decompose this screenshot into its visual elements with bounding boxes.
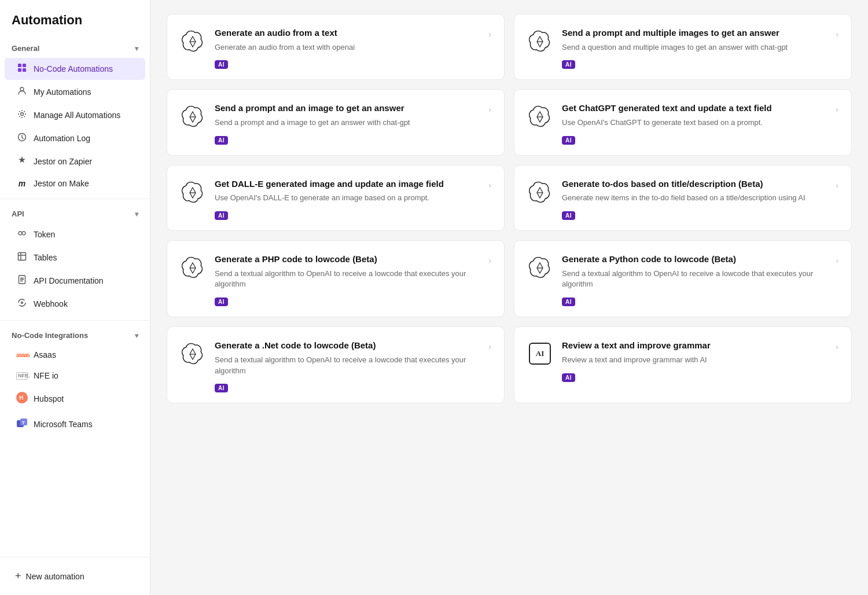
sidebar-item-label: API Documentation <box>34 276 104 285</box>
plus-icon: + <box>15 570 21 582</box>
openai-icon <box>527 255 553 280</box>
card-title: Review a text and improve grammar <box>562 340 822 351</box>
ai-badge: AI <box>562 373 575 382</box>
sidebar-item-jestor-zapier[interactable]: Jestor on Zapier <box>5 150 145 172</box>
sidebar-item-webhook[interactable]: Webhook <box>5 293 145 315</box>
sidebar-item-my-automations[interactable]: My Automations <box>5 81 145 103</box>
sidebar-item-label: Manage All Automations <box>34 111 120 120</box>
card-send-prompt-multiple-images[interactable]: Send a prompt and multiple images to get… <box>514 14 852 80</box>
sidebar-item-automation-log[interactable]: Automation Log <box>5 127 145 149</box>
ai-badge: AI <box>215 136 228 145</box>
svg-rect-1 <box>23 64 26 67</box>
card-content: Generate a .Net code to lowcode (Beta) S… <box>215 340 475 392</box>
ai-text-icon: AI <box>527 341 553 366</box>
card-content: Send a prompt and an image to get an ans… <box>215 102 475 144</box>
svg-text:H: H <box>19 395 23 401</box>
token-icon <box>16 229 28 240</box>
sidebar-item-asaas[interactable]: asaas Asaas <box>5 345 145 365</box>
svg-text:T: T <box>22 420 25 425</box>
svg-rect-9 <box>19 253 26 260</box>
card-content: Send a prompt and multiple images to get… <box>562 27 822 69</box>
card-review-grammar[interactable]: AI Review a text and improve grammar Rev… <box>514 326 852 403</box>
card-generate-todos[interactable]: Generate to-dos based on title/descripti… <box>514 165 852 231</box>
card-title: Generate a .Net code to lowcode (Beta) <box>215 340 475 351</box>
card-description: Use OpenAI's ChatGPT to generate text ba… <box>562 117 822 128</box>
ai-badge: AI <box>562 211 575 220</box>
card-description: Send a prompt and a image to get an answ… <box>215 117 475 128</box>
openai-icon <box>527 28 553 54</box>
card-python-lowcode[interactable]: Generate a Python code to lowcode (Beta)… <box>514 240 852 317</box>
sidebar-item-hubspot[interactable]: H Hubspot <box>5 387 145 411</box>
svg-rect-3 <box>23 68 26 72</box>
sidebar-section-integrations[interactable]: No-Code Integrations ▾ <box>0 325 150 344</box>
hubspot-icon: H <box>16 392 28 406</box>
svg-rect-0 <box>18 64 21 67</box>
divider <box>0 320 150 321</box>
teams-icon: T <box>16 417 28 431</box>
svg-point-8 <box>22 232 25 235</box>
sidebar-item-jestor-make[interactable]: m Jestor on Make <box>5 174 145 193</box>
chevron-right-icon: › <box>488 342 491 351</box>
sidebar-item-manage-all-automations[interactable]: Manage All Automations <box>5 104 145 126</box>
user-icon <box>16 86 28 98</box>
card-content: Generate an audio from a text Generate a… <box>215 27 475 69</box>
sidebar-section-general-label: General <box>12 44 39 53</box>
card-generate-audio[interactable]: Generate an audio from a text Generate a… <box>167 14 505 80</box>
card-php-lowcode[interactable]: Generate a PHP code to lowcode (Beta) Se… <box>167 240 505 317</box>
sidebar-section-api[interactable]: API ▾ <box>0 204 150 223</box>
chevron-right-icon: › <box>836 181 838 190</box>
sidebar: Automation General ▾ No-Code Automations… <box>0 0 150 595</box>
zapier-icon <box>16 156 28 167</box>
svg-point-7 <box>19 232 22 235</box>
sidebar-item-nfe-io[interactable]: NFE. NFE io <box>5 366 145 385</box>
card-description: Send a question and multiple images to g… <box>562 42 822 53</box>
openai-icon <box>180 179 205 205</box>
sidebar-item-label: Automation Log <box>34 134 90 143</box>
card-title: Generate a PHP code to lowcode (Beta) <box>215 254 475 265</box>
table-icon <box>16 252 28 263</box>
nfe-icon: NFE. <box>16 372 28 380</box>
card-content: Review a text and improve grammar Review… <box>562 340 822 381</box>
ai-badge: AI <box>562 136 575 145</box>
settings-icon <box>16 109 28 121</box>
svg-point-5 <box>21 113 24 116</box>
card-title: Generate an audio from a text <box>215 27 475 39</box>
card-send-prompt-image[interactable]: Send a prompt and an image to get an ans… <box>167 89 505 155</box>
card-dotnet-lowcode[interactable]: Generate a .Net code to lowcode (Beta) S… <box>167 326 505 403</box>
ai-badge: AI <box>215 384 228 392</box>
chevron-down-icon: ▾ <box>135 210 138 218</box>
openai-icon <box>527 179 553 205</box>
card-chatgpt-text-field[interactable]: Get ChatGPT generated text and update a … <box>514 89 852 155</box>
sidebar-section-api-label: API <box>12 210 24 218</box>
card-description: Use OpenAI's DALL-E to generate an image… <box>215 193 475 204</box>
cards-grid: Generate an audio from a text Generate a… <box>167 14 852 403</box>
openai-icon <box>180 28 205 54</box>
sidebar-item-label: Jestor on Zapier <box>34 157 92 166</box>
card-title: Send a prompt and an image to get an ans… <box>215 102 475 114</box>
sidebar-section-integrations-label: No-Code Integrations <box>12 331 88 340</box>
chevron-right-icon: › <box>488 105 491 114</box>
grid-icon <box>16 63 28 75</box>
make-icon: m <box>16 179 28 188</box>
ai-badge: AI <box>215 298 228 306</box>
card-title: Send a prompt and multiple images to get… <box>562 27 822 39</box>
card-description: Send a textual algorithm to OpenAI to re… <box>215 269 475 291</box>
new-automation-button[interactable]: + New automation <box>9 565 141 587</box>
openai-icon <box>180 341 205 366</box>
sidebar-item-no-code-automations[interactable]: No-Code Automations <box>5 58 145 80</box>
sidebar-item-microsoft-teams[interactable]: T Microsoft Teams <box>5 412 145 436</box>
sidebar-item-label: No-Code Automations <box>34 64 113 74</box>
card-content: Generate to-dos based on title/descripti… <box>562 178 822 220</box>
sidebar-item-label: Jestor on Make <box>34 179 89 188</box>
ai-badge: AI <box>215 60 228 69</box>
svg-rect-2 <box>18 68 21 72</box>
sidebar-section-general[interactable]: General ▾ <box>0 38 150 57</box>
clock-icon <box>16 133 28 144</box>
sidebar-item-tables[interactable]: Tables <box>5 247 145 269</box>
openai-icon <box>527 104 553 129</box>
svg-point-4 <box>20 87 24 91</box>
card-dalle-image-field[interactable]: Get DALL-E generated image and update an… <box>167 165 505 231</box>
sidebar-item-api-documentation[interactable]: API Documentation <box>5 270 145 292</box>
sidebar-item-token[interactable]: Token <box>5 223 145 245</box>
chevron-right-icon: › <box>488 256 491 265</box>
